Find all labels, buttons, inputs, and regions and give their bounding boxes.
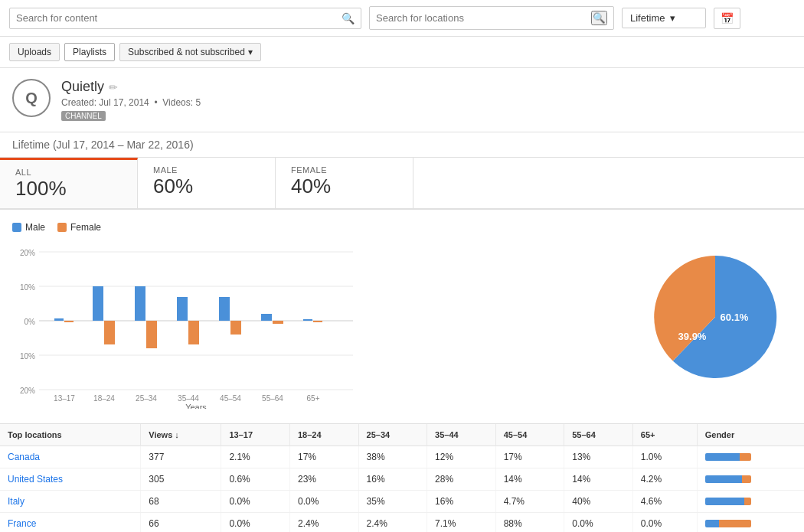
lifetime-label: Lifetime (Jul 17, 2014 – Mar 22, 2016) [0,132,804,158]
cell-45-54: 14% [495,468,564,491]
cell-gender [697,491,804,513]
playlists-button[interactable]: Playlists [64,43,115,61]
gender-bar [705,498,751,505]
col-views[interactable]: Views ↓ [141,424,221,446]
cell-55-64: 14% [564,468,633,491]
stat-male[interactable]: MALE 60% [138,158,276,208]
col-25-34: 25–34 [358,424,427,446]
svg-text:10%: 10% [20,352,35,361]
svg-text:39.9%: 39.9% [678,331,707,342]
stats-bar: ALL 100% MALE 60% FEMALE 40% [0,158,804,210]
country-link[interactable]: United States [8,474,63,485]
cell-35-44: 12% [427,446,496,468]
cell-25-34: 16% [358,468,427,491]
col-18-24: 18–24 [289,424,358,446]
cell-18-24: 17% [289,446,358,468]
cell-13-17: 0.0% [221,513,290,533]
svg-rect-25 [261,314,272,321]
stat-female[interactable]: FEMALE 40% [276,158,413,208]
cell-45-54: 17% [495,446,564,468]
svg-rect-23 [230,321,241,335]
legend-female: Female [57,222,101,233]
stat-all[interactable]: ALL 100% [0,158,138,208]
gender-male-bar [705,475,742,483]
cell-country[interactable]: Canada [0,446,141,468]
cell-gender [697,513,804,533]
svg-text:Years: Years [185,403,207,409]
svg-rect-22 [219,297,230,321]
bar-chart-svg: 20% 10% 0% 10% 20% 13–17 18–24 [12,240,357,409]
col-13-17: 13–17 [221,424,290,446]
channel-logo: Q [12,79,51,117]
stat-female-value: 40% [291,175,397,198]
cell-18-24: 0.0% [289,491,358,513]
cell-country[interactable]: Italy [0,491,141,513]
search-locations-input[interactable] [376,12,591,24]
cell-13-17: 0.6% [221,468,290,491]
svg-text:18–24: 18–24 [93,394,115,403]
stat-empty [413,158,804,208]
cell-25-34: 38% [358,446,427,468]
cell-55-64: 13% [564,446,633,468]
table-section: Top locations Views ↓ 13–17 18–24 25–34 … [0,424,804,532]
svg-rect-29 [313,321,322,322]
charts-section: Male Female 20% 10% 0% 10% 20% [0,210,804,424]
cell-views: 377 [141,446,221,468]
svg-text:10%: 10% [20,283,35,292]
svg-text:55–64: 55–64 [262,394,283,403]
cell-25-34: 35% [358,491,427,513]
gender-bar [705,520,751,527]
search-content-input[interactable] [16,12,342,24]
channel-name-text: Quietly [61,79,104,95]
svg-rect-10 [54,318,64,321]
uploads-button[interactable]: Uploads [9,43,60,61]
svg-rect-26 [273,321,283,324]
gender-bar [705,475,751,483]
top-bar: 🔍 🔍 Lifetime ▾ 📅 [0,0,804,37]
search-content-box[interactable]: 🔍 [9,8,361,29]
country-link[interactable]: France [8,518,36,529]
cell-35-44: 7.1% [427,513,496,533]
stat-female-label: FEMALE [291,165,397,175]
edit-icon[interactable]: ✏ [109,81,118,93]
time-range-select[interactable]: Lifetime ▾ [622,8,706,28]
country-link[interactable]: Canada [8,452,40,462]
col-45-54: 45–54 [495,424,564,446]
subscribed-dropdown[interactable]: Subscribed & not subscribed ▾ [119,43,261,61]
gender-female-bar [744,498,751,505]
time-range-label: Lifetime [630,12,665,24]
cell-views: 66 [141,513,221,533]
cell-country[interactable]: United States [0,468,141,491]
channel-meta: Created: Jul 17, 2014 • Videos: 5 [61,97,792,108]
cell-35-44: 16% [427,491,496,513]
gender-female-bar [742,475,751,483]
svg-rect-11 [64,321,74,322]
legend-male-label: Male [25,222,45,233]
search-content-icon[interactable]: 🔍 [342,12,355,24]
svg-text:13–17: 13–17 [54,394,75,403]
cell-country[interactable]: France [0,513,141,533]
pie-chart-container: 60.1% 39.9% [639,222,792,411]
table-row: United States 305 0.6% 23% 16% 28% 14% 1… [0,468,804,491]
search-locations-icon[interactable]: 🔍 [591,11,607,25]
cell-65plus: 1.0% [632,446,697,468]
country-link[interactable]: Italy [8,496,25,507]
legend-female-label: Female [70,222,101,233]
search-locations-box[interactable]: 🔍 [369,6,614,30]
svg-text:0%: 0% [25,318,36,326]
channel-badge: CHANNEL [61,111,106,121]
cell-gender [697,446,804,468]
cell-65plus: 0.0% [632,513,697,533]
cell-65plus: 4.2% [632,468,697,491]
calendar-button[interactable]: 📅 [714,8,740,29]
svg-text:65+: 65+ [307,394,320,403]
legend-male-dot [12,223,21,232]
legend-female-dot [57,223,67,232]
cell-18-24: 2.4% [289,513,358,533]
cell-views: 68 [141,491,221,513]
cell-55-64: 40% [564,491,633,513]
svg-text:20%: 20% [20,249,35,257]
chart-legend: Male Female [12,222,623,233]
chevron-down-icon: ▾ [248,47,253,57]
table-row: France 66 0.0% 2.4% 2.4% 7.1% 88% 0.0% 0… [0,513,804,533]
